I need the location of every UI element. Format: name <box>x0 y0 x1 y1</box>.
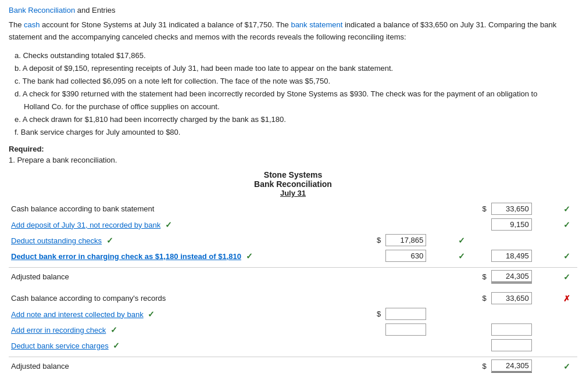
breadcrumb-link[interactable]: Bank Reconciliation <box>9 6 75 15</box>
add-deposit-label-check: ✓ <box>165 220 172 229</box>
cash-link[interactable]: cash <box>24 20 40 29</box>
spacer-row2 <box>9 286 577 290</box>
deduct-service-row: Deduct bank service charges ✓ <box>9 337 577 353</box>
recon-title: Stone Systems <box>9 170 577 179</box>
deduct-service-input[interactable] <box>491 339 532 351</box>
bank-balance-checkmark: ✓ <box>563 204 570 214</box>
adjusted-balance-label: Adjusted balance <box>9 268 366 286</box>
bank-balance-label: Cash balance according to bank statement <box>9 201 366 217</box>
company-balance-value: 33,650 <box>491 292 532 304</box>
add-note-input[interactable] <box>385 308 426 320</box>
add-deposit-label[interactable]: Add deposit of July 31, not recorded by … <box>11 221 160 229</box>
add-error-label-check: ✓ <box>110 325 117 335</box>
bank-statement-link[interactable]: bank statement <box>291 20 342 29</box>
add-error-outer-input[interactable] <box>491 323 532 336</box>
adjusted-balance2-row: Adjusted balance $ 24,305 ✓ <box>9 357 577 376</box>
recon-subtitle: Bank Reconciliation <box>9 179 577 189</box>
adjusted-balance2-check: ✓ <box>563 362 570 371</box>
add-deposit-value: 9,150 <box>491 218 532 231</box>
adjusted-balance-row: Adjusted balance $ 24,305 ✓ <box>9 268 577 286</box>
deduct-error-outer-value: 18,495 <box>491 250 532 262</box>
add-note-label[interactable]: Add note and interest collected by bank <box>11 310 144 319</box>
deduct-error-label-check: ✓ <box>246 251 253 261</box>
list-item: c. The bank had collected $6,095 on a no… <box>15 75 577 88</box>
list-item: a. Checks outstanding totaled $17,865. <box>15 49 577 62</box>
list-item: f. Bank service charges for July amounte… <box>15 126 577 139</box>
deduct-checks-row: Deduct outstanding checks ✓ $ 17,865 ✓ <box>9 232 577 248</box>
add-error-input[interactable] <box>385 323 426 336</box>
bank-balance-value: 33,650 <box>491 203 532 215</box>
add-note-label-check: ✓ <box>148 310 155 319</box>
company-balance-dollar: $ <box>471 290 488 306</box>
adjusted-balance2-dollar: $ <box>471 357 488 376</box>
adjusted-balance2-value: 24,305 <box>491 359 532 373</box>
list-item: e. A check drawn for $1,810 had been inc… <box>15 113 577 126</box>
prepare-label: 1. Prepare a bank reconciliation. <box>9 156 577 164</box>
deduct-error-inner-check: ✓ <box>458 251 465 261</box>
breadcrumb: Bank Reconciliation and Entries <box>9 6 577 15</box>
bank-balance-dollar: $ <box>471 201 488 217</box>
company-balance-row: Cash balance according to company's reco… <box>9 290 577 306</box>
inner-spacer <box>366 201 383 217</box>
items-list: a. Checks outstanding totaled $17,865. b… <box>15 49 577 139</box>
deduct-service-label[interactable]: Deduct bank service charges <box>11 341 109 350</box>
recon-date: July 31 <box>9 189 577 197</box>
bank-balance-row: Cash balance according to bank statement… <box>9 201 577 217</box>
reconciliation-table: Cash balance according to bank statement… <box>9 201 577 375</box>
deduct-checks-inner-dollar: $ <box>366 232 383 248</box>
deduct-checks-label-check: ✓ <box>106 236 113 245</box>
deduct-error-label[interactable]: Deduct bank error in charging check as $… <box>11 252 241 261</box>
adjusted-balance-dollar: $ <box>471 268 488 286</box>
deduct-error-outer-check: ✓ <box>563 251 570 261</box>
deduct-service-label-check: ✓ <box>113 341 120 350</box>
adjusted-balance-value: 24,305 <box>491 270 532 283</box>
deduct-error-row: Deduct bank error in charging check as $… <box>9 248 577 264</box>
intro-paragraph: The cash account for Stone Systems at Ju… <box>9 19 577 44</box>
deduct-checks-inner-value: 17,865 <box>385 234 426 246</box>
deduct-checks-inner-check: ✓ <box>458 236 465 245</box>
adjusted-balance-check: ✓ <box>563 272 570 282</box>
list-item: Holland Co. for the purchase of office s… <box>15 100 577 113</box>
company-balance-label: Cash balance according to company's reco… <box>9 290 366 306</box>
add-deposit-check: ✓ <box>563 220 570 229</box>
add-error-label[interactable]: Add error in recording check <box>11 326 106 335</box>
list-item: d. A check for $390 returned with the st… <box>15 88 577 100</box>
add-note-dollar: $ <box>366 306 383 322</box>
list-item: b. A deposit of $9,150, representing rec… <box>15 62 577 75</box>
deduct-checks-label[interactable]: Deduct outstanding checks <box>11 236 102 245</box>
add-note-row: Add note and interest collected by bank … <box>9 306 577 322</box>
deduct-error-inner-value: 630 <box>385 250 426 262</box>
required-label: Required: <box>9 145 577 153</box>
add-error-row: Add error in recording check ✓ <box>9 322 577 337</box>
adjusted-balance2-label: Adjusted balance <box>9 357 366 376</box>
add-deposit-row: Add deposit of July 31, not recorded by … <box>9 217 577 232</box>
company-balance-x: ✗ <box>563 294 570 303</box>
